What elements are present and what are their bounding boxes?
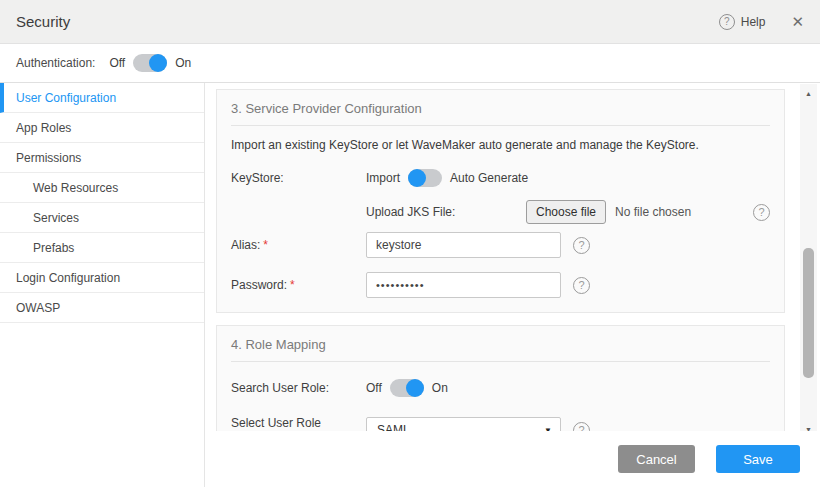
keystore-import-label: Import — [366, 171, 400, 185]
search-user-role-row: Search User Role: Off On — [231, 378, 770, 398]
vertical-scrollbar[interactable]: ▲ ▼ — [800, 84, 817, 438]
sidebar-item-user-configuration[interactable]: User Configuration — [0, 83, 204, 113]
security-dialog: Security ? Help ✕ Authentication: Off On… — [0, 0, 820, 488]
save-button[interactable]: Save — [716, 445, 800, 473]
password-help-icon[interactable]: ? — [573, 277, 590, 294]
search-user-role-on-label: On — [432, 381, 448, 395]
authentication-label: Authentication: — [16, 56, 95, 70]
footer: Cancel Save — [206, 431, 820, 487]
sidebar-item-web-resources[interactable]: Web Resources — [0, 173, 204, 203]
service-provider-configuration-section: 3. Service Provider Configuration Import… — [216, 89, 785, 313]
required-asterisk: * — [263, 238, 268, 252]
role-mapping-section: 4. Role Mapping Search User Role: Off On… — [216, 325, 785, 432]
sidebar-item-owasp[interactable]: OWASP — [0, 293, 204, 323]
page-title: Security — [16, 13, 70, 30]
upload-jks-label: Upload JKS File: — [366, 205, 526, 219]
alias-label: Alias:* — [231, 238, 366, 252]
divider — [231, 125, 770, 126]
user-role-provider-row: Select User Role Provider: SAML ▼ ? — [231, 416, 770, 432]
upload-jks-row: Upload JKS File: Choose file No file cho… — [231, 200, 770, 224]
body: User Configuration App Roles Permissions… — [0, 82, 820, 487]
authentication-off-label: Off — [109, 56, 125, 70]
section-title: 3. Service Provider Configuration — [231, 90, 770, 116]
user-role-provider-select[interactable]: SAML ▼ — [366, 417, 561, 432]
sidebar-item-login-configuration[interactable]: Login Configuration — [0, 263, 204, 293]
search-user-role-toggle[interactable] — [390, 379, 424, 397]
close-icon[interactable]: ✕ — [791, 14, 804, 29]
toggle-knob — [408, 169, 426, 187]
sidebar-item-app-roles[interactable]: App Roles — [0, 113, 204, 143]
scrollbar-thumb[interactable] — [803, 248, 814, 378]
password-row: Password:* ? — [231, 272, 770, 298]
choose-file-button[interactable]: Choose file — [526, 200, 606, 224]
main-content: 3. Service Provider Configuration Import… — [206, 83, 800, 432]
keystore-row: KeyStore: Import Auto Generate — [231, 168, 770, 188]
sidebar-item-prefabs[interactable]: Prefabs — [0, 233, 204, 263]
divider — [231, 361, 770, 362]
sidebar: User Configuration App Roles Permissions… — [0, 83, 205, 487]
upload-help-icon[interactable]: ? — [753, 204, 770, 221]
scroll-up-icon[interactable]: ▲ — [800, 86, 817, 100]
keystore-import-toggle[interactable] — [408, 169, 442, 187]
required-asterisk: * — [290, 278, 295, 292]
sidebar-item-permissions[interactable]: Permissions — [0, 143, 204, 173]
keystore-description: Import an existing KeyStore or let WaveM… — [231, 138, 770, 153]
authentication-toggle[interactable] — [133, 54, 167, 72]
file-chosen-status: No file chosen — [615, 205, 691, 219]
password-label: Password:* — [231, 278, 366, 292]
keystore-label: KeyStore: — [231, 171, 366, 185]
search-user-role-off-label: Off — [366, 381, 382, 395]
titlebar: Security ? Help ✕ — [0, 0, 820, 44]
sidebar-item-services[interactable]: Services — [0, 203, 204, 233]
help-button[interactable]: Help — [741, 15, 766, 29]
alias-help-icon[interactable]: ? — [573, 237, 590, 254]
authentication-on-label: On — [175, 56, 191, 70]
keystore-autogenerate-label: Auto Generate — [450, 171, 528, 185]
search-user-role-label: Search User Role: — [231, 381, 366, 395]
user-role-provider-label: Select User Role Provider: — [231, 416, 366, 432]
cancel-button[interactable]: Cancel — [618, 445, 695, 473]
help-icon[interactable]: ? — [719, 14, 735, 30]
alias-row: Alias:* ? — [231, 232, 770, 258]
authentication-row: Authentication: Off On — [0, 44, 820, 82]
section-title: 4. Role Mapping — [231, 326, 770, 352]
toggle-knob — [406, 379, 424, 397]
alias-input[interactable] — [366, 232, 561, 258]
toggle-knob — [149, 54, 167, 72]
password-input[interactable] — [366, 272, 561, 298]
